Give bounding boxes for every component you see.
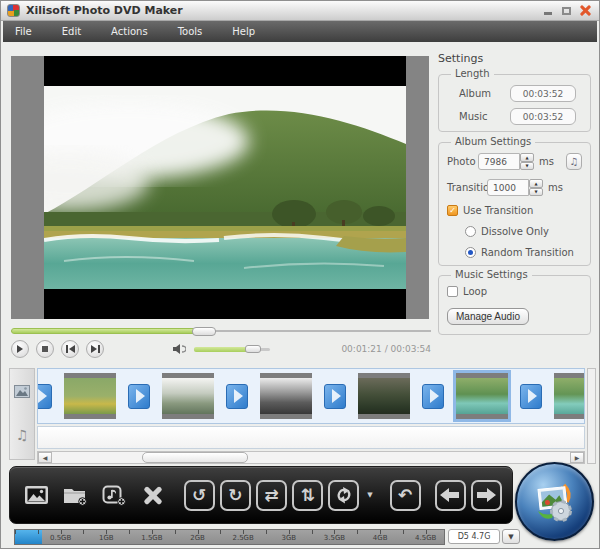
add-music-button[interactable]	[97, 477, 131, 513]
timeline-scrollbar[interactable]: ◀ ▶	[37, 451, 585, 464]
seek-handle[interactable]	[192, 327, 216, 336]
spin-down-icon[interactable]: ▼	[529, 188, 543, 197]
music-timeline[interactable]	[37, 426, 585, 449]
menu-actions[interactable]: Actions	[111, 26, 148, 37]
photo-duration-spin-buttons[interactable]: ▲▼	[520, 153, 534, 170]
timeline-thumbnail-6[interactable]	[554, 373, 585, 419]
photo-duration-spinner[interactable]: 7986 ▲▼	[478, 153, 534, 170]
scroll-right-icon: ▶	[575, 454, 580, 461]
menu-tools[interactable]: Tools	[178, 26, 203, 37]
delete-button[interactable]	[136, 477, 170, 513]
flip-horizontal-icon: ⇄	[264, 485, 278, 505]
preview-letterbox	[44, 56, 406, 319]
photo-duration-value[interactable]: 7986	[478, 153, 520, 170]
timeline-thumbnail-3[interactable]	[260, 373, 312, 419]
transition-duration-value[interactable]: 1000	[487, 179, 529, 196]
disc-type-dropdown-button[interactable]: ▼	[502, 529, 520, 544]
scroll-left-icon: ◀	[43, 454, 48, 461]
photo-music-button[interactable]: ♫	[566, 153, 582, 170]
timeline-track-tabs: ♫	[9, 368, 35, 460]
close-button[interactable]	[578, 4, 593, 17]
undo-button[interactable]: ↶	[390, 480, 421, 511]
transition-marker[interactable]	[226, 384, 248, 409]
timeline-thumbnail-5-selected[interactable]	[456, 373, 508, 419]
move-left-icon	[440, 488, 460, 502]
music-length-value: 00:03:52	[510, 108, 576, 125]
transition-marker[interactable]	[422, 384, 444, 409]
check-icon: ✓	[449, 206, 456, 215]
rotate-left-icon: ↺	[192, 485, 206, 505]
stop-icon	[42, 346, 48, 352]
timeline-thumbnail-2[interactable]	[162, 373, 214, 419]
spin-down-icon[interactable]: ▼	[520, 162, 534, 171]
transition-duration-spin-buttons[interactable]: ▲▼	[529, 179, 543, 196]
scrollbar-thumb[interactable]	[142, 452, 248, 463]
transition-duration-unit: ms	[548, 182, 563, 193]
scroll-left-button[interactable]: ◀	[38, 452, 52, 463]
music-length-label: Music	[459, 111, 487, 122]
previous-button[interactable]	[61, 340, 79, 358]
transition-marker[interactable]	[128, 384, 150, 409]
timeline-thumbnail-4[interactable]	[358, 373, 410, 419]
scroll-right-button[interactable]: ▶	[570, 452, 584, 463]
rotate-left-button[interactable]: ↺	[184, 480, 215, 511]
dissolve-only-radio[interactable]	[465, 226, 476, 237]
manage-audio-button[interactable]: Manage Audio	[447, 308, 529, 325]
menu-file[interactable]: File	[15, 26, 32, 37]
transition-duration-label: Transition	[447, 182, 487, 193]
minimize-button[interactable]	[540, 4, 555, 17]
transition-button[interactable]	[328, 480, 359, 511]
move-right-button[interactable]	[471, 480, 502, 511]
photo-duration-label: Photo	[447, 156, 478, 167]
play-button[interactable]	[11, 340, 29, 358]
maximize-button[interactable]	[559, 4, 574, 17]
capacity-label: 3.5GB	[324, 534, 345, 542]
add-photos-icon	[24, 485, 49, 505]
photo-music-icon: ♫	[570, 156, 579, 167]
time-display: 00:01:21 / 00:03:54	[341, 344, 431, 354]
spin-up-icon[interactable]: ▲	[529, 179, 543, 188]
stop-button[interactable]	[36, 340, 54, 358]
volume-handle[interactable]	[245, 345, 261, 353]
next-button[interactable]	[86, 340, 104, 358]
transport-controls: 00:01:21 / 00:03:54	[11, 339, 431, 359]
menu-help[interactable]: Help	[232, 26, 255, 37]
flip-vertical-button[interactable]: ⇅	[292, 480, 323, 511]
transition-caret-icon: ▼	[367, 491, 372, 499]
move-left-button[interactable]	[435, 480, 466, 511]
transition-marker[interactable]	[324, 384, 346, 409]
timeline-thumbnail-1[interactable]	[64, 373, 116, 419]
transition-dropdown-button[interactable]: ▼	[364, 480, 375, 510]
disc-type-value[interactable]: D5 4.7G	[448, 529, 500, 544]
transition-marker[interactable]	[37, 384, 52, 409]
main-toolbar: ↺ ↻ ⇄ ⇅ ▼ ↶	[9, 466, 513, 524]
disc-caret-icon: ▼	[508, 533, 513, 541]
rotate-right-button[interactable]: ↻	[220, 480, 251, 511]
title-bar: Xilisoft Photo DVD Maker	[1, 1, 599, 21]
spin-up-icon[interactable]: ▲	[520, 153, 534, 162]
capacity-label: 4GB	[373, 534, 388, 542]
flip-horizontal-button[interactable]: ⇄	[256, 480, 287, 511]
length-group: Length Album 00:03:52 Music 00:03:52	[438, 74, 591, 132]
add-photos-button[interactable]	[20, 477, 54, 513]
transition-duration-spinner[interactable]: 1000 ▲▼	[487, 179, 543, 196]
seek-bar[interactable]	[11, 326, 431, 336]
transition-icon	[335, 486, 353, 504]
photo-track-tab[interactable]	[10, 369, 34, 413]
random-transition-radio[interactable]	[465, 247, 476, 258]
volume-icon	[173, 340, 186, 359]
maximize-icon	[562, 7, 571, 15]
capacity-label: 1GB	[99, 534, 114, 542]
menu-edit[interactable]: Edit	[62, 26, 81, 37]
use-transition-label: Use Transition	[463, 205, 533, 216]
use-transition-checkbox[interactable]: ✓	[447, 205, 458, 216]
volume-slider[interactable]	[194, 344, 270, 354]
loop-checkbox[interactable]	[447, 286, 458, 297]
timeline-vertical-scrollbar[interactable]	[587, 368, 596, 464]
add-folder-button[interactable]	[59, 477, 93, 513]
seek-fill	[11, 328, 204, 334]
music-track-tab[interactable]: ♫	[10, 413, 34, 457]
transition-marker[interactable]	[520, 384, 542, 409]
photo-duration-unit: ms	[539, 156, 554, 167]
burn-dvd-button[interactable]	[515, 462, 594, 541]
